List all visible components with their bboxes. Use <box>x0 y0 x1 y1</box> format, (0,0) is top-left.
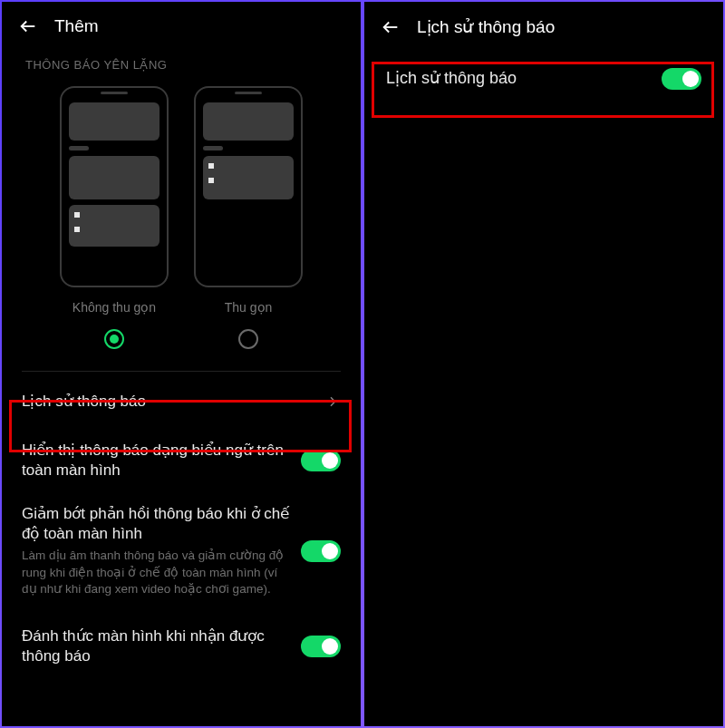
back-icon[interactable] <box>18 16 38 36</box>
row-title: Giảm bớt phản hồi thông báo khi ở chế độ… <box>22 504 290 544</box>
silent-notification-options: Không thu gọn Thu gọn <box>2 81 361 358</box>
row-banner-fullscreen[interactable]: Hiển thị thông báo dạng biểu ngữ trên to… <box>2 426 361 495</box>
row-title: Hiển thị thông báo dạng biểu ngữ trên to… <box>22 441 290 480</box>
row-desc: Làm dịu âm thanh thông báo và giảm cường… <box>22 548 290 597</box>
page-title: Thêm <box>54 16 99 36</box>
row-history-toggle[interactable]: Lịch sử thông báo <box>364 50 723 108</box>
row-notification-history[interactable]: Lịch sử thông báo <box>2 377 361 426</box>
row-reduce-feedback[interactable]: Giảm bớt phản hồi thông báo khi ở chế độ… <box>2 495 361 612</box>
toggle-on-icon[interactable] <box>301 540 341 562</box>
toggle-on-icon[interactable] <box>662 68 701 90</box>
row-title: Lịch sử thông báo <box>386 68 651 89</box>
back-icon[interactable] <box>381 17 401 37</box>
phone-preview-icon <box>60 86 169 287</box>
option-no-collapse[interactable]: Không thu gọn <box>60 86 169 349</box>
right-screen: Lịch sử thông báo Lịch sử thông báo <box>364 2 723 726</box>
phone-preview-icon <box>194 86 303 287</box>
row-title: Lịch sử thông báo <box>22 392 314 412</box>
option-label: Không thu gọn <box>72 300 156 315</box>
row-title: Đánh thức màn hình khi nhận được thông b… <box>22 626 290 666</box>
left-screen: Thêm THÔNG BÁO YÊN LẶNG Không thu gọn <box>2 2 361 726</box>
option-collapse[interactable]: Thu gọn <box>194 86 303 349</box>
header: Thêm <box>2 2 361 49</box>
toggle-on-icon[interactable] <box>301 450 341 471</box>
section-header: THÔNG BÁO YÊN LẶNG <box>2 49 361 81</box>
chevron-right-icon <box>324 393 341 410</box>
page-title: Lịch sử thông báo <box>417 16 555 37</box>
option-label: Thu gọn <box>225 300 273 315</box>
header: Lịch sử thông báo <box>364 2 723 50</box>
radio-selected-icon[interactable] <box>104 329 124 349</box>
toggle-on-icon[interactable] <box>301 636 341 657</box>
divider <box>22 371 341 372</box>
row-wake-screen[interactable]: Đánh thức màn hình khi nhận được thông b… <box>2 612 361 672</box>
radio-unselected-icon[interactable] <box>238 329 258 349</box>
